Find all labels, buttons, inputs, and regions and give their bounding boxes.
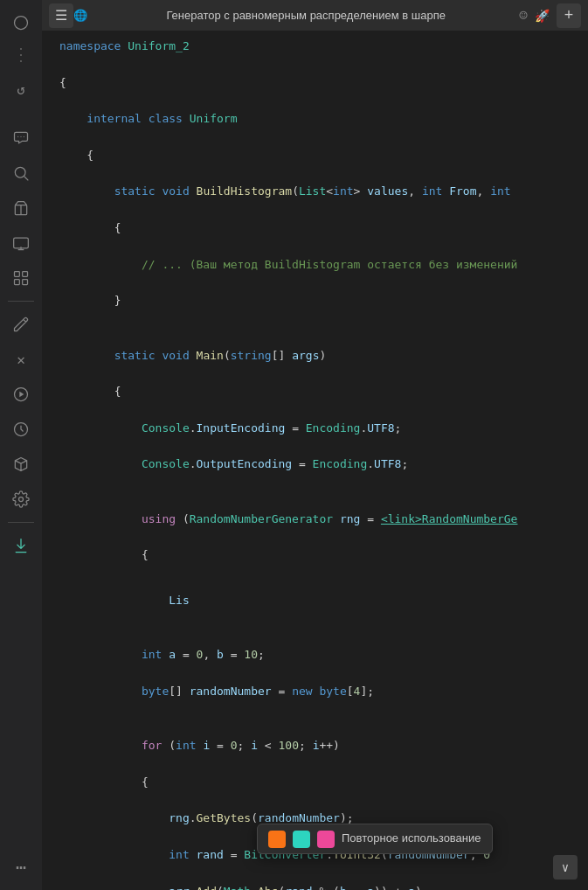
sidebar-item-cube[interactable] [5, 448, 37, 480]
svg-rect-9 [23, 280, 28, 285]
smiley-icon: ☺ [519, 7, 528, 24]
add-button[interactable]: + [557, 3, 581, 28]
sidebar-divider-1 [8, 301, 34, 302]
svg-rect-6 [15, 272, 20, 277]
svg-marker-11 [19, 392, 24, 398]
sidebar-item-play[interactable] [5, 379, 37, 410]
tooltip-text: Повторное использование [342, 830, 481, 848]
rocket-icon: 🚀 [535, 9, 550, 23]
scroll-down-button[interactable]: ∨ [553, 855, 578, 880]
sidebar-item-settings[interactable] [5, 483, 37, 515]
color-dot-teal[interactable] [293, 831, 310, 848]
sidebar-item-download[interactable] [5, 530, 37, 561]
sidebar-divider-2 [8, 522, 34, 523]
code-area[interactable]: namespace Uniform_2 { internal class Uni… [42, 31, 588, 890]
globe-icon: 🌐 [73, 9, 87, 22]
sidebar-item-chat[interactable] [5, 122, 37, 154]
svg-rect-8 [15, 280, 20, 285]
sidebar-item-more[interactable]: ⋯ [5, 852, 37, 883]
page-title: Генератор с равномерным распределением в… [93, 9, 519, 22]
chevron-down-icon: ∨ [562, 860, 569, 874]
sidebar: ⋮ ↺ ✕ ⋯ [0, 0, 42, 890]
sidebar-item-package[interactable] [5, 192, 37, 224]
topbar-left: ☰ [49, 3, 73, 28]
sidebar-item-stream[interactable] [5, 227, 37, 259]
color-dot-orange[interactable] [268, 831, 286, 848]
menu-button[interactable]: ☰ [49, 3, 73, 28]
menu-icon: ☰ [55, 7, 67, 24]
svg-rect-5 [14, 238, 29, 248]
sidebar-item-clock[interactable] [5, 414, 37, 445]
svg-rect-7 [23, 272, 28, 277]
sidebar-item-edit[interactable] [5, 309, 37, 340]
sidebar-item-home[interactable] [5, 7, 37, 38]
svg-point-1 [15, 167, 25, 177]
sidebar-item-refresh[interactable]: ↺ [5, 73, 37, 105]
main-panel: ☰ 🌐 Генератор с равномерным распределени… [42, 0, 588, 890]
code-content: namespace Uniform_2 { internal class Uni… [42, 38, 588, 890]
svg-point-13 [19, 497, 24, 502]
svg-point-0 [15, 17, 28, 30]
topbar-right: ☺ 🚀 + [519, 3, 581, 28]
sidebar-item-grid[interactable] [5, 262, 37, 294]
color-dot-pink[interactable] [317, 831, 335, 848]
topbar: ☰ 🌐 Генератор с равномерным распределени… [42, 0, 588, 31]
sidebar-item-x[interactable]: ✕ [5, 344, 37, 375]
tooltip-popup: Повторное использование [257, 824, 493, 854]
plus-icon: + [564, 6, 574, 24]
sidebar-dots[interactable]: ⋮ [5, 38, 37, 70]
sidebar-item-search[interactable] [5, 157, 37, 189]
svg-line-2 [24, 177, 29, 181]
